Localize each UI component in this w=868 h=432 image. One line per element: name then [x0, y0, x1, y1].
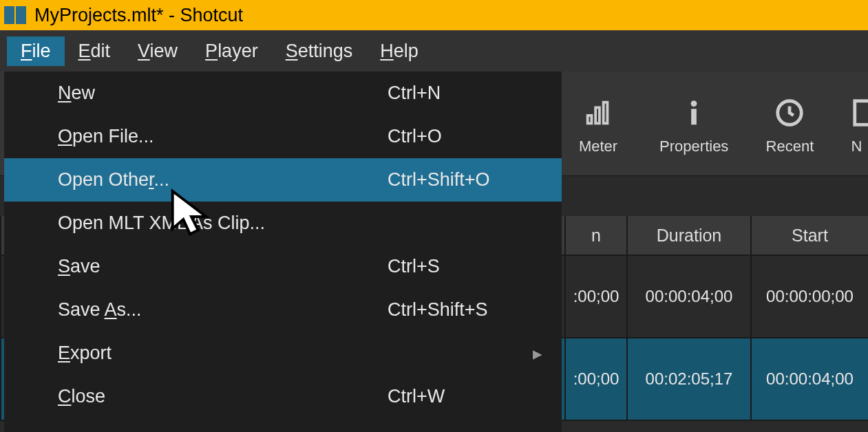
- titlebar: MyProjects.mlt* - Shotcut: [0, 0, 868, 30]
- shortcut-label: Ctrl+Shift+O: [388, 169, 542, 191]
- svg-rect-1: [595, 107, 600, 123]
- toolbar-label: Properties: [659, 138, 728, 155]
- menu-item-save-as[interactable]: Save As... Ctrl+Shift+S: [4, 288, 562, 332]
- shortcut-label: Ctrl+W: [388, 386, 542, 407]
- menu-edit[interactable]: Edit: [65, 36, 125, 66]
- col-duration[interactable]: Duration: [626, 216, 750, 255]
- app-icon: [4, 6, 26, 24]
- svg-rect-2: [604, 102, 608, 123]
- partial-icon: [851, 92, 868, 133]
- window-title: MyProjects.mlt* - Shotcut: [34, 5, 243, 26]
- menu-view[interactable]: View: [124, 36, 191, 66]
- cell-start: 00:00:04;00: [750, 338, 868, 420]
- menu-item-export[interactable]: Export ▸: [4, 332, 562, 375]
- shortcut-label: Ctrl+S: [388, 256, 542, 277]
- svg-rect-4: [691, 109, 697, 125]
- cell-start: 00:00:00;00: [750, 256, 868, 337]
- toolbar-label: N: [851, 138, 862, 155]
- menu-help[interactable]: Help: [366, 36, 432, 66]
- menu-item-open-file[interactable]: Open File... Ctrl+O: [4, 115, 562, 158]
- menu-settings[interactable]: Settings: [272, 36, 367, 66]
- menu-item-save[interactable]: Save Ctrl+S: [4, 245, 562, 288]
- col-start[interactable]: Start: [750, 216, 868, 255]
- cell-duration: 00:00:04;00: [626, 256, 750, 337]
- cell-in: :00;00: [564, 256, 626, 337]
- cell-in: :00;00: [564, 338, 626, 420]
- menu-item-close[interactable]: Close Ctrl+W: [4, 375, 562, 418]
- toolbar-label: Meter: [579, 138, 617, 155]
- toolbar-label: Recent: [766, 138, 814, 155]
- shortcut-label: Ctrl+O: [388, 126, 542, 147]
- toolbar-properties[interactable]: Properties: [659, 92, 728, 155]
- toolbar-partial[interactable]: N: [851, 92, 868, 155]
- chevron-right-icon: ▸: [533, 343, 542, 365]
- col-in-fragment[interactable]: n: [564, 216, 626, 255]
- info-icon: [678, 92, 710, 133]
- menu-file[interactable]: File: [7, 36, 65, 66]
- shortcut-label: Ctrl+Shift+S: [388, 299, 542, 321]
- toolbar-meter[interactable]: Meter: [564, 92, 632, 155]
- menu-item-open-mlt-xml[interactable]: Open MLT XML As Clip...: [4, 202, 562, 245]
- svg-rect-0: [588, 115, 592, 123]
- shortcut-label: Ctrl+N: [388, 83, 542, 104]
- menu-item-open-other[interactable]: Open Other... Ctrl+Shift+O: [4, 158, 562, 202]
- menubar: File Edit View Player Settings Help: [0, 30, 868, 72]
- meter-icon: [582, 92, 614, 133]
- file-menu-dropdown: New Ctrl+N Open File... Ctrl+O Open Othe…: [4, 72, 562, 432]
- menu-item-new[interactable]: New Ctrl+N: [4, 72, 562, 115]
- toolbar-recent[interactable]: Recent: [756, 92, 823, 155]
- clock-icon: [774, 92, 805, 133]
- cell-duration: 00:02:05;17: [626, 338, 750, 420]
- svg-rect-6: [855, 100, 868, 125]
- svg-point-3: [691, 100, 697, 107]
- menu-player[interactable]: Player: [191, 36, 272, 66]
